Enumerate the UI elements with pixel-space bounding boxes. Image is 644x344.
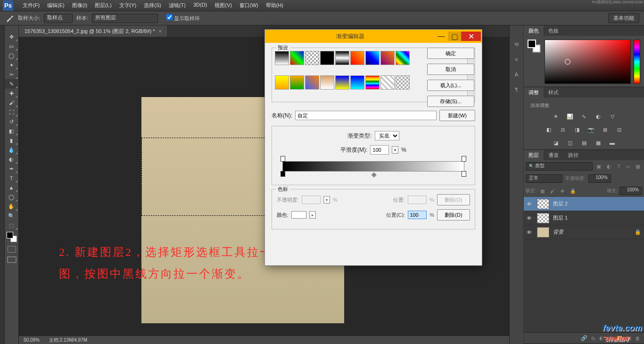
curves-icon[interactable]: ∿ [580, 113, 588, 120]
gradient-preset[interactable] [290, 51, 304, 65]
gradient-preset[interactable] [335, 75, 349, 90]
close-icon[interactable]: ✕ [461, 32, 481, 41]
balance-icon[interactable]: ⚖ [559, 126, 567, 133]
posterize-icon[interactable]: ◫ [566, 139, 574, 147]
color-dropdown-icon[interactable]: ▸ [309, 211, 316, 219]
gradient-preset[interactable] [365, 51, 380, 65]
menu-item[interactable]: 图像(I) [68, 2, 91, 9]
zoom-tool[interactable]: 🔍 [5, 211, 18, 221]
mixer-icon[interactable]: ⊞ [601, 126, 610, 133]
gradient-preset[interactable] [350, 51, 364, 65]
opacity-stop-right[interactable] [462, 156, 466, 162]
cancel-button[interactable]: 取消 [427, 64, 474, 75]
opacity-input[interactable]: 100% [588, 174, 611, 183]
minimize-icon[interactable]: — [435, 32, 448, 41]
show-ring-checkbox[interactable]: 显示取样环 [166, 14, 200, 22]
tab-color[interactable]: 颜色 [524, 25, 544, 36]
crop-tool[interactable]: ✂ [5, 70, 18, 79]
healing-tool[interactable]: ✚ [5, 89, 18, 98]
color-field[interactable] [545, 40, 631, 84]
lock-all-icon[interactable]: 🔒 [568, 188, 578, 194]
hand-tool[interactable]: ✋ [5, 202, 18, 211]
pen-tool[interactable]: ✒ [5, 164, 18, 173]
layer-thumbnail[interactable] [537, 227, 549, 238]
lock-position-icon[interactable]: ✥ [559, 188, 566, 194]
document-tab[interactable]: 1576353_130815054_2.jpg @ 50.1% (图层 2, R… [19, 25, 168, 37]
layer-thumbnail[interactable] [537, 199, 549, 209]
hue-slider[interactable] [634, 40, 640, 84]
gradient-preset[interactable] [396, 51, 410, 65]
gradient-preset[interactable] [320, 51, 334, 65]
gradient-preset[interactable] [275, 75, 289, 90]
gradient-preset[interactable] [396, 75, 410, 90]
move-tool[interactable]: ✥ [5, 32, 18, 41]
filter-shape-icon[interactable]: ▱ [624, 164, 632, 170]
color-swatches[interactable] [528, 40, 542, 83]
exposure-icon[interactable]: ◐ [594, 113, 603, 120]
tab-layers[interactable]: 图层 [524, 150, 544, 160]
layer-row[interactable]: 👁 背景 🔒 [524, 225, 644, 239]
midpoint-diamond[interactable] [372, 172, 377, 178]
dodge-tool[interactable]: ◐ [5, 155, 18, 164]
filter-image-icon[interactable]: ▣ [594, 164, 603, 170]
photo-filter-icon[interactable]: 📷 [587, 126, 595, 133]
color-stop-left[interactable] [281, 171, 285, 177]
visibility-icon[interactable]: 👁 [527, 229, 533, 235]
tab-adjustments[interactable]: 调整 [524, 87, 544, 98]
color-swatch-button[interactable] [291, 211, 306, 219]
sample-size-select[interactable]: 取样点 [44, 14, 73, 23]
menu-item[interactable]: 3D(D) [190, 2, 211, 9]
lock-transparent-icon[interactable]: ▦ [538, 188, 546, 194]
gradient-preset[interactable] [305, 75, 319, 90]
lasso-tool[interactable]: ◯ [5, 51, 18, 60]
character-icon[interactable]: A [512, 70, 521, 79]
wand-tool[interactable]: ✦ [5, 60, 18, 70]
name-input[interactable] [295, 111, 437, 120]
shape-tool[interactable]: ◯ [5, 192, 18, 202]
bw-icon[interactable]: ◨ [573, 126, 581, 133]
menu-item[interactable]: 窗口(W) [236, 2, 262, 9]
invert-icon[interactable]: ◪ [552, 139, 560, 147]
filter-adjust-icon[interactable]: ◐ [605, 164, 613, 170]
path-select-tool[interactable]: ▲ [5, 183, 18, 192]
gradient-preset[interactable] [365, 75, 380, 90]
menu-item[interactable]: 视图(V) [211, 2, 236, 9]
layer-row[interactable]: 👁 图层 1 [524, 211, 644, 225]
selective-icon[interactable]: ▦ [594, 139, 603, 147]
history-brush-tool[interactable]: ↺ [5, 117, 18, 126]
3d-tool[interactable]: ⬚ [5, 221, 18, 230]
smoothness-input[interactable] [370, 145, 389, 155]
color-position-input[interactable] [408, 211, 427, 219]
menu-item[interactable]: 编辑(E) [43, 2, 68, 9]
gradient-preset[interactable] [305, 51, 319, 65]
vibrance-icon[interactable]: ▽ [608, 113, 617, 120]
gradient-type-select[interactable]: 实底 [375, 131, 399, 140]
link-icon[interactable]: 🔗 [581, 335, 587, 341]
gradient-preset[interactable] [380, 75, 395, 90]
paragraph-icon[interactable]: ¶ [512, 85, 521, 94]
levels-icon[interactable]: 📊 [566, 113, 574, 120]
type-tool[interactable]: T [5, 173, 18, 183]
lookup-icon[interactable]: ⊡ [615, 126, 624, 133]
menu-item[interactable]: 文件(F) [19, 2, 43, 9]
save-button[interactable]: 存储(S)... [427, 96, 474, 107]
marquee-tool[interactable]: ▭ [5, 41, 18, 51]
tab-swatches[interactable]: 色板 [544, 25, 563, 36]
tab-paths[interactable]: 路径 [563, 150, 583, 160]
brightness-icon[interactable]: ☀ [552, 113, 560, 120]
color-stop-right[interactable] [462, 171, 466, 177]
zoom-display[interactable]: 50.09% [24, 337, 40, 343]
foreground-background-colors[interactable] [7, 232, 17, 242]
visibility-icon[interactable]: 👁 [527, 215, 533, 221]
menu-item[interactable]: 滤镜(T) [165, 2, 190, 9]
gradient-preset[interactable] [290, 75, 304, 90]
history-icon[interactable]: ⟲ [512, 40, 521, 49]
ok-button[interactable]: 确定 [427, 48, 474, 59]
menu-item[interactable]: 文字(Y) [116, 2, 140, 9]
filter-smart-icon[interactable]: ▦ [634, 164, 642, 170]
maximize-icon[interactable]: ▢ [448, 32, 461, 41]
new-button[interactable]: 新建(W) [439, 110, 475, 121]
menu-item[interactable]: 图层(L) [91, 2, 115, 9]
lock-pixels-icon[interactable]: 🖌 [548, 188, 557, 194]
gradient-bar[interactable] [279, 161, 468, 172]
